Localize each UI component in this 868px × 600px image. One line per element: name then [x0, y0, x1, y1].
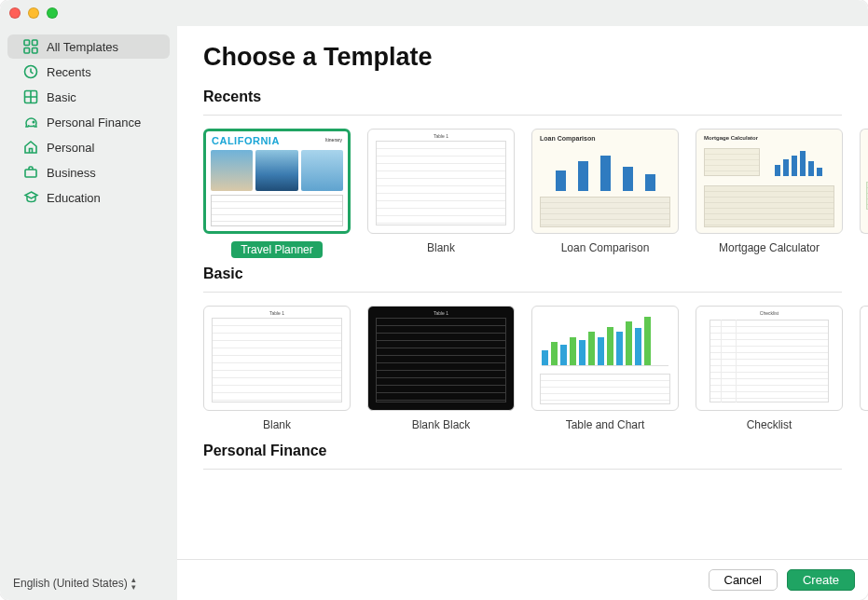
template-label: Blank Black — [412, 418, 471, 435]
template-thumb: Mortgage Calculator — [696, 129, 843, 234]
template-card-blank-recent[interactable]: Table 1 Blank — [367, 129, 515, 258]
zoom-window-icon[interactable] — [47, 7, 58, 19]
template-thumb — [860, 306, 868, 411]
svg-rect-7 — [25, 170, 36, 177]
template-thumb: Checklist — [696, 306, 843, 411]
template-card-mortgage-calculator[interactable]: Mortgage Calculator Mortgage Calculator — [696, 129, 843, 258]
sidebar-item-label: Basic — [47, 90, 76, 104]
svg-rect-3 — [33, 48, 38, 54]
svg-rect-2 — [24, 48, 30, 54]
template-card-table-and-chart[interactable]: Table and Chart — [531, 306, 679, 435]
template-card-blank[interactable]: Table 1 Blank — [203, 306, 351, 435]
section-divider — [203, 469, 842, 470]
template-row-basic: Table 1 Blank Table 1 Blank Black — [203, 306, 868, 435]
sidebar-item-business[interactable]: Business — [7, 160, 170, 184]
sidebar-item-label: Personal Finance — [47, 116, 141, 130]
template-row-recents: CALIFORNIA Itinerary Travel Planner Tabl… — [203, 129, 868, 258]
template-thumb: Table 1 — [367, 129, 515, 234]
footer-bar: Cancel Create — [177, 559, 868, 600]
gradcap-icon — [22, 189, 39, 206]
svg-rect-1 — [33, 40, 38, 46]
template-card-checklist[interactable]: Checklist Checklist — [696, 306, 843, 435]
minimize-window-icon[interactable] — [28, 7, 39, 19]
template-thumb — [531, 306, 679, 411]
thumb-subtext: Itinerary — [325, 137, 342, 143]
template-label: Checklist — [747, 418, 792, 435]
template-thumb: Table 1 — [367, 306, 515, 411]
section-title-recents: Recents — [203, 89, 868, 105]
piggy-icon — [22, 114, 39, 130]
create-button[interactable]: Create — [787, 569, 855, 591]
template-label: Blank — [427, 241, 455, 258]
template-label: Mortgage Calculator — [719, 241, 820, 258]
template-label: Loan Comparison — [561, 241, 650, 258]
close-window-icon[interactable] — [9, 7, 21, 19]
template-label: Table and Chart — [566, 418, 645, 435]
section-divider — [203, 292, 842, 293]
sidebar-item-label: Education — [47, 191, 101, 205]
page-title: Choose a Template — [203, 43, 868, 72]
sidebar-item-basic[interactable]: Basic — [7, 85, 170, 109]
sidebar: All Templates Recents Basic Personal Fin… — [0, 26, 177, 600]
template-thumb: Loan Comparison — [531, 129, 679, 234]
thumb-heading: CALIFORNIA — [212, 135, 280, 146]
svg-rect-0 — [24, 40, 30, 46]
thumb-heading: Loan Comparison — [540, 135, 596, 142]
briefcase-icon — [22, 164, 39, 181]
cancel-button[interactable]: Cancel — [709, 569, 778, 591]
template-card-blank-black[interactable]: Table 1 Blank Black — [367, 306, 515, 435]
sidebar-item-personal[interactable]: Personal — [7, 135, 170, 159]
sidebar-item-all-templates[interactable]: All Templates — [7, 34, 170, 59]
template-card-travel-planner[interactable]: CALIFORNIA Itinerary Travel Planner — [203, 129, 351, 258]
template-thumb: CALIFORNIA Itinerary — [203, 129, 351, 234]
grid-icon — [22, 38, 39, 55]
grid4-icon — [22, 89, 39, 105]
sidebar-item-label: Business — [47, 166, 96, 180]
language-selector[interactable]: English (United States) ▴▾ — [0, 566, 177, 600]
section-title-basic: Basic — [203, 266, 868, 282]
window-titlebar — [0, 0, 868, 26]
section-title-personal-finance: Personal Finance — [203, 443, 868, 459]
template-card-my-stocks[interactable]: Portfolio $60000.00 My Sto — [860, 129, 868, 258]
chevron-updown-icon: ▴▾ — [131, 576, 136, 591]
clock-icon — [22, 63, 39, 80]
thumb-heading: Mortgage Calculator — [704, 135, 758, 141]
sidebar-item-label: All Templates — [47, 40, 118, 54]
sidebar-item-personal-finance[interactable]: Personal Finance — [7, 110, 170, 134]
main-panel: Choose a Template Recents CALIFORNIA Iti… — [177, 26, 868, 600]
sidebar-item-label: Personal — [47, 141, 94, 155]
sidebar-item-label: Recents — [47, 65, 91, 79]
template-card-loan-comparison[interactable]: Loan Comparison Loan Comparison — [531, 129, 679, 258]
template-card-checklist-2[interactable]: Chec — [860, 306, 868, 435]
template-label: Travel Planner — [231, 241, 323, 258]
section-divider — [203, 115, 842, 116]
template-thumb: Portfolio $60000.00 — [860, 129, 868, 234]
language-label: English (United States) — [13, 577, 128, 590]
sidebar-item-recents[interactable]: Recents — [7, 60, 170, 84]
sidebar-item-education[interactable]: Education — [7, 185, 170, 210]
svg-point-6 — [33, 121, 34, 123]
template-label: Blank — [263, 418, 291, 435]
template-thumb: Table 1 — [203, 306, 351, 411]
home-icon — [22, 139, 39, 156]
